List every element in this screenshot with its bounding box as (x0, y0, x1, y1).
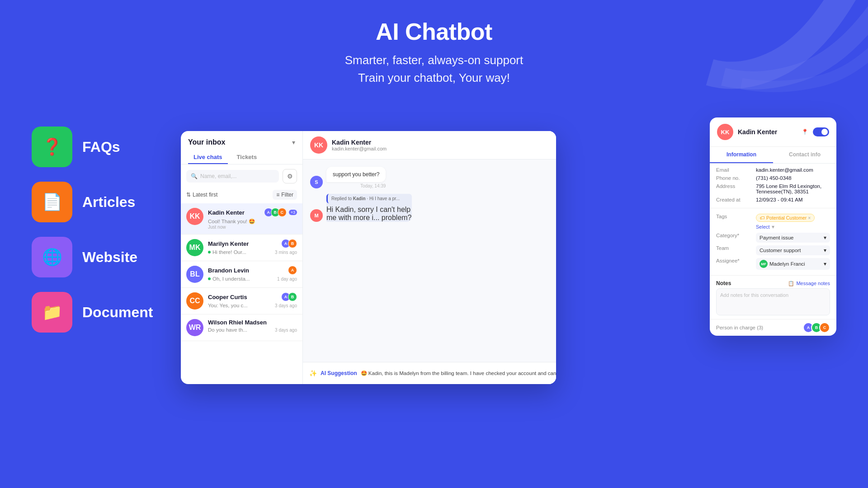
sort-button[interactable]: ⇅ Latest first (186, 192, 217, 198)
chat-user-info: Kadin Kenter kadin.kenter@gmail.com (332, 139, 556, 151)
created-value: 12/09/23 - 09:41 AM (756, 197, 830, 202)
info-row-address: Address 795 Lone Elm Rd Lexington, Tenne… (716, 183, 830, 194)
feature-document[interactable]: 📁 Document (32, 292, 153, 333)
chat-item-content: Brandon Levin A Oh, I understa... 1 day … (208, 266, 297, 282)
notes-label: Notes (716, 280, 731, 286)
avatar: WR (186, 319, 203, 336)
feature-articles[interactable]: 📄 Articles (32, 182, 153, 222)
chat-preview: Cool! Thank you! 🤩 (208, 218, 297, 225)
info-user-name: Kadin Kenter (738, 128, 777, 136)
message-bubble: support you better? Today, 14:39 (326, 167, 386, 188)
divider (710, 208, 836, 208)
chat-preview: You: Yes, you c... (208, 303, 248, 308)
document-icon: 📁 (32, 292, 72, 333)
category-value: Payment issue (760, 235, 793, 240)
toggle-switch[interactable] (813, 127, 829, 136)
tab-contact-info[interactable]: Contact info (773, 147, 836, 163)
tags-row: 🏷 Potential Customer × Select ▾ (756, 214, 830, 230)
search-icon: 🔍 (191, 173, 198, 179)
avatar: BL (186, 266, 203, 283)
chat-user-email: kadin.kenter@gmail.com (332, 146, 556, 151)
phone-value: (731) 450-0348 (756, 175, 830, 181)
message-notes-label: Message notes (796, 281, 830, 286)
assignee-avatar: MF (760, 260, 768, 268)
notes-placeholder: Add notes for this conversation (720, 292, 788, 298)
chat-item[interactable]: KK Kadin Kenter A B C +3 (181, 203, 302, 235)
team-dropdown[interactable]: Customer support ▾ (756, 245, 830, 255)
assignee-dropdown[interactable]: MF Madelyn Franci ▾ (756, 258, 830, 270)
chat-item-header: Marilyn Kenter A B (208, 239, 297, 248)
tag-chip: 🏷 Potential Customer × (756, 214, 815, 222)
tags-label: Tags (716, 214, 752, 230)
category-dropdown[interactable]: Payment issue ▾ (756, 233, 830, 243)
messages-area: S support you better? Today, 14:39 M Rep… (303, 160, 556, 362)
tags-select-button[interactable]: Select (756, 224, 770, 230)
feature-website[interactable]: 🌐 Website (32, 237, 153, 277)
tab-tickets[interactable]: Tickets (231, 151, 263, 164)
tag-remove-button[interactable]: × (808, 215, 811, 221)
pic-avatars: A B C (806, 322, 830, 333)
ai-icon: ✨ (309, 370, 317, 377)
email-label: Email (716, 167, 752, 173)
ai-suggestion-label: AI Suggestion (321, 370, 357, 376)
tab-live-chats[interactable]: Live chats (188, 151, 228, 164)
chat-preview-row: Oh, I understa... 1 day ago (208, 276, 297, 282)
chat-item-header: Wilson Rhiel Madsen (208, 319, 297, 326)
info-row-phone: Phone no. (731) 450-0348 (716, 175, 830, 181)
ai-suggestion-text: 🤩 Kadin, this is Madelyn from the billin… (361, 370, 556, 376)
team-label: Team (716, 245, 752, 255)
info-row-team: Team Customer support ▾ (716, 245, 830, 255)
website-icon: 🌐 (32, 237, 72, 277)
chat-item[interactable]: CC Cooper Curtis A B You: Yes, you c... … (181, 288, 302, 314)
avatar: KK (186, 208, 203, 225)
chat-preview: Hi there! Our... (212, 249, 246, 255)
online-indicator (208, 251, 211, 253)
message-bubble: Replied to Kadin · Hi I have a pr... Hi … (326, 194, 412, 222)
articles-icon: 📄 (32, 182, 72, 222)
chat-item[interactable]: WR Wilson Rhiel Madsen Do you have th...… (181, 314, 302, 341)
filter-icon: ≡ (276, 192, 279, 198)
chat-item[interactable]: BL Brandon Levin A Oh, I understa... 1 d… (181, 261, 302, 288)
chat-time: 3 days ago (275, 303, 297, 308)
team-chevron-icon: ▾ (824, 247, 826, 253)
chat-item[interactable]: MK Marilyn Kenter A B Hi there! Our... (181, 235, 302, 261)
chat-time: Just now (208, 225, 297, 230)
assignee-value: Madelyn Franci (769, 261, 805, 267)
avatar-group: A B (283, 239, 297, 248)
settings-button[interactable]: ⚙ (283, 169, 297, 183)
category-chevron-icon: ▾ (824, 235, 826, 241)
chat-preview: Do you have th... (208, 327, 247, 333)
feature-faqs[interactable]: ❓ FAQs (32, 127, 153, 167)
inbox-chevron-icon: ▾ (292, 139, 295, 146)
avatar-group: A B (283, 292, 297, 301)
chat-name: Wilson Rhiel Madsen (208, 319, 267, 326)
chat-item-header: Brandon Levin A (208, 266, 297, 275)
chat-main-area: KK Kadin Kenter kadin.kenter@gmail.com 🤖… (303, 131, 556, 384)
info-row-category: Category* Payment issue ▾ (716, 233, 830, 243)
info-tabs: Information Contact info (710, 147, 836, 164)
message-text: Hi Kadin, sorry I can't helpme with more… (326, 206, 412, 221)
notes-header: Notes 📋 Message notes (710, 277, 836, 288)
info-row-email: Email kadin.kenter@gmail.com (716, 167, 830, 173)
badge-plus: +3 (289, 210, 297, 215)
tab-information[interactable]: Information (710, 147, 773, 163)
chat-item-content: Kadin Kenter A B C +3 Cool! Thank you! 🤩 (208, 208, 297, 230)
filter-row: ⇅ Latest first ≡ Filter (181, 188, 302, 203)
phone-label: Phone no. (716, 175, 752, 181)
chat-list: KK Kadin Kenter A B C +3 (181, 203, 302, 384)
faqs-icon: ❓ (32, 127, 72, 167)
articles-label: Articles (82, 194, 135, 211)
inbox-search-row: 🔍 Name, email,... ⚙ (181, 164, 302, 188)
filter-button[interactable]: ≡ Filter (273, 190, 297, 200)
inbox-panel: Your inbox ▾ Live chats Tickets 🔍 Name, … (181, 131, 303, 384)
faqs-label: FAQs (82, 139, 120, 155)
notes-textarea[interactable]: Add notes for this conversation (716, 288, 830, 315)
deco-arcs (687, 0, 868, 127)
tag-label: Potential Customer (766, 215, 807, 221)
search-placeholder: Name, email,... (200, 173, 237, 179)
chat-preview: Oh, I understa... (212, 276, 250, 282)
info-details: Tags 🏷 Potential Customer × Select ▾ Cat… (710, 210, 836, 273)
message-notes-button[interactable]: 📋 Message notes (788, 281, 830, 286)
chat-item-content: Cooper Curtis A B You: Yes, you c... 3 d… (208, 292, 297, 308)
search-box[interactable]: 🔍 Name, email,... (186, 170, 279, 183)
